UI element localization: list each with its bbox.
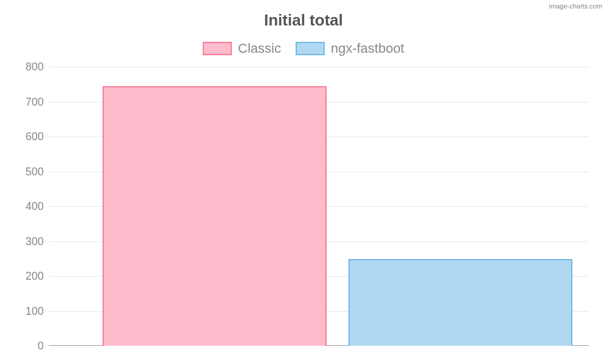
legend: Classic ngx-fastboot — [0, 41, 607, 56]
legend-item-classic: Classic — [203, 41, 281, 56]
legend-label-ngx-fastboot: ngx-fastboot — [331, 41, 404, 56]
chart-title: Initial total — [0, 11, 607, 30]
plot-container: 0100200300400500600700800 — [18, 67, 589, 346]
y-tick: 0 — [38, 340, 44, 352]
bar-classic — [103, 86, 327, 346]
y-tick: 700 — [25, 95, 44, 108]
watermark: image-charts.com — [549, 2, 602, 10]
y-axis: 0100200300400500600700800 — [18, 67, 49, 346]
y-tick: 300 — [25, 235, 44, 248]
legend-swatch-classic — [203, 42, 232, 55]
legend-label-classic: Classic — [238, 41, 281, 56]
legend-swatch-ngx-fastboot — [296, 42, 325, 55]
y-tick: 100 — [25, 305, 44, 317]
y-tick: 800 — [25, 61, 44, 73]
legend-item-ngx-fastboot: ngx-fastboot — [296, 41, 404, 56]
y-tick: 400 — [25, 200, 44, 213]
bar-ngx-fastboot — [348, 259, 572, 346]
y-tick: 200 — [25, 270, 44, 283]
plot-area — [49, 67, 589, 346]
y-tick: 500 — [25, 165, 44, 178]
gridline — [49, 67, 589, 67]
y-tick: 600 — [25, 130, 44, 143]
